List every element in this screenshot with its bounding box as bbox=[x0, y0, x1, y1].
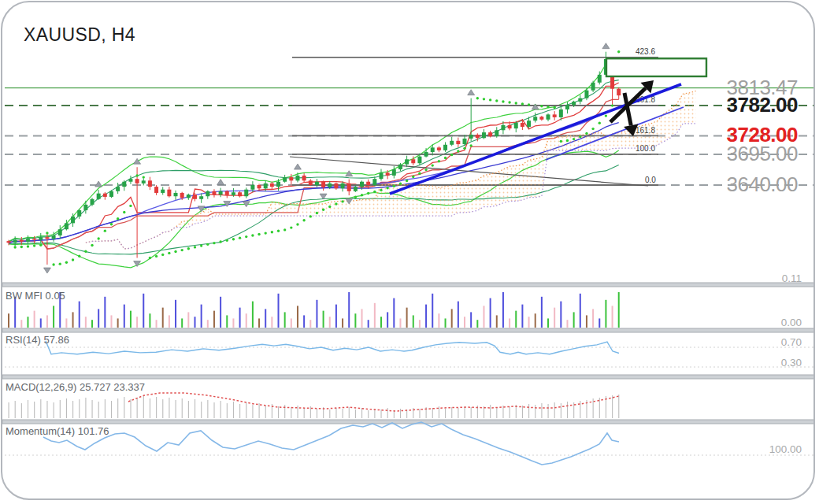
macd-hist-bar bbox=[458, 408, 458, 418]
mfi-bar bbox=[380, 317, 382, 328]
mfi-bar bbox=[490, 298, 491, 328]
macd-hist-bar bbox=[355, 410, 356, 418]
macd-hist-bar bbox=[304, 408, 305, 418]
psar-dot bbox=[52, 263, 54, 265]
psar-dot bbox=[540, 105, 543, 107]
mfi-bar bbox=[496, 315, 498, 328]
psar-dot bbox=[149, 257, 151, 259]
pane-divider bbox=[2, 283, 815, 287]
mfi-bar bbox=[521, 305, 523, 328]
mfi-bar bbox=[580, 294, 581, 328]
mfi-bar bbox=[464, 317, 465, 328]
mfi-bar bbox=[425, 305, 427, 328]
psar-dot bbox=[39, 244, 42, 246]
mfi-bar bbox=[65, 318, 67, 328]
psar-dot bbox=[406, 180, 408, 182]
psar-dot bbox=[117, 217, 119, 220]
macd-hist-bar bbox=[291, 407, 291, 418]
mfi-bar bbox=[40, 318, 42, 328]
chart-canvas[interactable]: 423.6261.8161.8100.00.0 bbox=[2, 2, 815, 500]
main-pane: 423.6261.8161.8100.00.0 bbox=[5, 47, 815, 268]
screenshot-root: 423.6261.8161.8100.00.0 XAUUSD, H4 3813.… bbox=[0, 0, 819, 504]
mfi-bar bbox=[458, 302, 459, 328]
macd-hist-bar bbox=[195, 399, 195, 418]
mfi-bar bbox=[284, 312, 286, 328]
macd-hist-bar bbox=[419, 409, 420, 418]
mfi-bar bbox=[605, 300, 606, 328]
macd-hist-bar bbox=[439, 406, 439, 418]
mfi-bar bbox=[72, 312, 74, 328]
psar-dot bbox=[399, 183, 402, 185]
mfi-bar bbox=[239, 308, 241, 328]
target-box bbox=[606, 58, 706, 76]
psar-dot bbox=[46, 232, 48, 234]
fractal-up-icon bbox=[134, 158, 141, 164]
mfi-bar bbox=[560, 302, 561, 328]
mfi-scale-zero: 0.00 bbox=[781, 317, 802, 328]
psar-dot bbox=[65, 261, 68, 264]
macd-hist-bar bbox=[143, 396, 144, 418]
macd-hist-bar bbox=[40, 399, 41, 418]
price-label-level3: 3695.00 bbox=[727, 143, 798, 165]
mfi-bar bbox=[354, 313, 356, 328]
macd-hist-bar bbox=[522, 406, 523, 418]
macd-hist-bar bbox=[567, 402, 568, 418]
psar-dot bbox=[393, 185, 395, 187]
mfi-bar bbox=[399, 318, 401, 328]
mfi-bar bbox=[502, 292, 504, 328]
mfi-bar bbox=[323, 311, 324, 328]
psar-dot bbox=[444, 157, 447, 159]
mfi-bar bbox=[535, 313, 536, 328]
psar-dot bbox=[424, 169, 427, 171]
psar-dot bbox=[13, 246, 16, 248]
fractal-up-icon bbox=[532, 104, 539, 109]
mfi-bar bbox=[175, 300, 176, 328]
mfi-bar bbox=[348, 292, 350, 328]
mfi-bar bbox=[117, 318, 119, 328]
macd-hist-bar bbox=[297, 406, 298, 418]
mfi-bar bbox=[554, 308, 555, 328]
mfi-bar bbox=[34, 311, 35, 328]
mfi-bar bbox=[46, 315, 48, 328]
mfi-bar bbox=[162, 308, 164, 328]
macd-hist-bar bbox=[207, 400, 208, 418]
macd-hist-bar bbox=[349, 407, 350, 418]
mfi-bar bbox=[213, 311, 215, 328]
macd-indicator-label: MACD(12,26,9) 25.727 23.337 bbox=[6, 381, 145, 393]
mfi-bar bbox=[27, 317, 28, 328]
macd-hist-bar bbox=[60, 400, 61, 418]
mfi-bar bbox=[246, 313, 247, 328]
mfi-bar bbox=[406, 308, 408, 328]
macd-hist-bar bbox=[117, 398, 118, 418]
mfi-bar bbox=[79, 302, 80, 328]
mfi-bar bbox=[194, 317, 195, 328]
psar-dot bbox=[290, 226, 292, 228]
rsi-scale-upper: 0.70 bbox=[781, 336, 802, 348]
macd-hist-bar bbox=[220, 401, 221, 418]
macd-hist-bar bbox=[34, 402, 35, 418]
pane-divider bbox=[2, 328, 815, 332]
mfi-bar bbox=[136, 317, 138, 328]
psar-dot bbox=[611, 104, 613, 106]
macd-hist-bar bbox=[535, 405, 536, 418]
pane-divider bbox=[2, 420, 815, 424]
mfi-bar bbox=[393, 298, 395, 328]
rsi-scale-lower: 0.30 bbox=[781, 357, 802, 369]
macd-hist-bar bbox=[259, 403, 260, 418]
macd-hist-bar bbox=[561, 403, 561, 418]
macd-hist-bar bbox=[510, 406, 510, 418]
mfi-bar bbox=[547, 318, 549, 328]
mfi-bar bbox=[91, 320, 93, 328]
mfi-bar bbox=[592, 309, 594, 328]
psar-dot bbox=[309, 215, 312, 217]
macd-hist-bar bbox=[548, 404, 549, 418]
macd-hist-bar bbox=[265, 406, 266, 418]
macd-hist-bar bbox=[580, 401, 580, 418]
symbol-title: XAUUSD, H4 bbox=[24, 24, 135, 46]
mfi-bar bbox=[207, 320, 209, 328]
mfi-bar bbox=[368, 320, 369, 328]
psar-dot bbox=[104, 229, 106, 232]
mfi-bar bbox=[612, 306, 613, 328]
psar-dot bbox=[579, 135, 581, 138]
macd-hist-bar bbox=[233, 402, 234, 418]
